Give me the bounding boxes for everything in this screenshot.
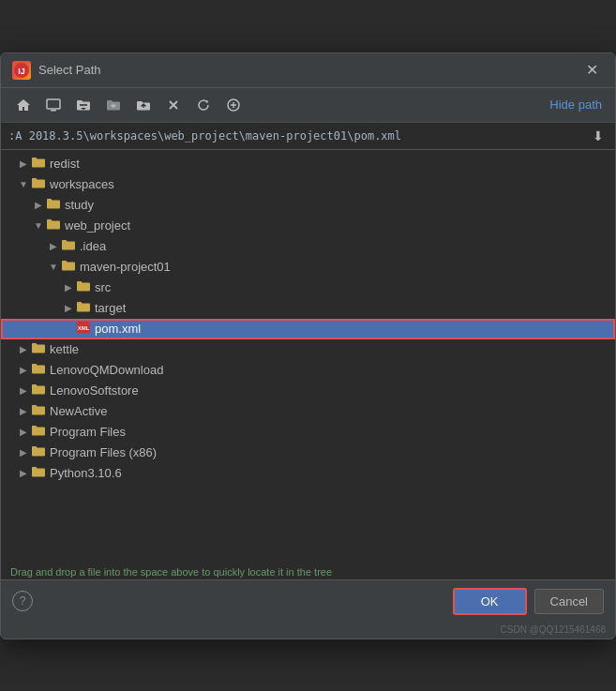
expand-arrow[interactable]: ▶: [31, 200, 46, 210]
desktop-button[interactable]: [40, 94, 67, 116]
expand-arrow[interactable]: ▶: [61, 303, 76, 313]
delete-button[interactable]: [160, 94, 187, 116]
watermark: CSDN @QQ1215461468: [1, 623, 615, 638]
tree-item[interactable]: ▶ redist: [1, 154, 615, 174]
parent-folder-button[interactable]: [130, 94, 157, 116]
tree-item-label: maven-project01: [80, 260, 171, 274]
tree-item-label: pom.xml: [95, 322, 141, 336]
path-download-button[interactable]: ⬇: [589, 127, 608, 145]
folder-icon: [31, 363, 46, 378]
expand-arrow[interactable]: ▼: [46, 262, 61, 272]
title-bar-left: IJ Select Path: [12, 61, 101, 80]
folder-icon: [61, 239, 76, 254]
tree-item[interactable]: ▶ Program Files (x86): [1, 443, 615, 463]
new-folder-button[interactable]: [100, 94, 127, 116]
tree-item-label: redist: [50, 157, 80, 171]
tree-item[interactable]: ▼ workspaces: [1, 174, 615, 195]
tree-item-label: NewActive: [50, 404, 107, 418]
folder-icon: [76, 280, 91, 295]
expand-arrow[interactable]: ▶: [16, 427, 31, 437]
tree-item-label: LenovoSoftstore: [50, 383, 139, 398]
tree-item-label: LenovoQMDownload: [50, 363, 163, 377]
tree-item[interactable]: ▼ web_project: [1, 216, 615, 236]
folder-icon: [31, 404, 46, 419]
footer: ? OK Cancel: [1, 579, 615, 623]
tree-item-label: Program Files: [50, 425, 126, 439]
expand-arrow[interactable]: ▶: [16, 447, 31, 458]
tree-item[interactable]: ▶ NewActive: [1, 401, 615, 422]
tree-item-label: src: [95, 280, 111, 294]
ok-button[interactable]: OK: [453, 588, 527, 615]
refresh-button[interactable]: [190, 94, 217, 116]
folder-icon: [31, 466, 46, 481]
title-bar: IJ Select Path ✕: [1, 53, 615, 88]
expand-arrow[interactable]: ▶: [61, 282, 76, 293]
tree-item[interactable]: ▶ kettle: [1, 339, 615, 360]
tree-item-label: kettle: [50, 342, 79, 356]
folder-icon: [76, 301, 91, 316]
expand-arrow[interactable]: ▶: [16, 468, 31, 478]
open-folder-button[interactable]: [70, 94, 97, 116]
tree-item[interactable]: ▶ LenovoQMDownload: [1, 360, 615, 381]
tree-item-label: target: [95, 301, 126, 315]
select-path-dialog: IJ Select Path ✕: [0, 53, 616, 639]
app-icon: IJ: [12, 61, 31, 80]
expand-arrow[interactable]: ▶: [16, 406, 31, 416]
path-bar: ⬇: [1, 123, 615, 150]
drag-hint: Drag and drop a file into the space abov…: [1, 563, 615, 579]
cancel-button[interactable]: Cancel: [534, 589, 604, 614]
expand-arrow[interactable]: ▶: [16, 344, 31, 354]
folder-icon: [31, 425, 46, 440]
svg-text:IJ: IJ: [18, 67, 25, 76]
bookmark-button[interactable]: [220, 94, 247, 116]
folder-icon: [46, 198, 61, 213]
tree-item[interactable]: ▼ maven-project01: [1, 257, 615, 278]
help-button[interactable]: ?: [12, 591, 33, 611]
home-button[interactable]: [10, 94, 37, 116]
file-tree: ▶ redist▼ workspaces▶ study▼ web_project…: [1, 150, 615, 563]
tree-item[interactable]: ▶ target: [1, 298, 615, 319]
footer-left: ?: [12, 591, 33, 611]
tree-item[interactable]: ▶ study: [1, 195, 615, 216]
tree-item-label: web_project: [65, 218, 130, 233]
tree-item[interactable]: XML pom.xml: [1, 319, 615, 339]
folder-icon: [46, 218, 61, 233]
folder-icon: [31, 177, 46, 192]
svg-rect-3: [51, 110, 56, 112]
tree-item[interactable]: ▶ src: [1, 278, 615, 298]
path-input[interactable]: [8, 129, 589, 143]
folder-icon: [31, 445, 46, 460]
tree-item-label: study: [65, 198, 94, 212]
hide-path-button[interactable]: Hide path: [546, 96, 606, 113]
tree-item[interactable]: ▶ Python3.10.6: [1, 463, 615, 484]
svg-rect-2: [47, 99, 60, 109]
expand-arrow[interactable]: ▼: [16, 179, 31, 189]
dialog-title: Select Path: [38, 63, 101, 77]
tree-item-label: workspaces: [50, 177, 114, 191]
tree-item[interactable]: ▶ .idea: [1, 236, 615, 257]
folder-icon: [31, 342, 46, 357]
folder-icon: [61, 260, 76, 275]
expand-arrow[interactable]: ▼: [31, 220, 46, 231]
expand-arrow[interactable]: ▶: [16, 158, 31, 169]
tree-item-label: Python3.10.6: [50, 466, 122, 480]
tree-item[interactable]: ▶ LenovoSoftstore: [1, 381, 615, 401]
tree-item[interactable]: ▶ Program Files: [1, 422, 615, 443]
tree-item-label: Program Files (x86): [50, 445, 157, 459]
file-icon: XML: [76, 321, 91, 337]
folder-icon: [31, 383, 46, 398]
footer-right: OK Cancel: [453, 588, 604, 615]
toolbar: Hide path: [1, 88, 615, 123]
tree-item-label: .idea: [80, 239, 106, 253]
folder-icon: [31, 157, 46, 172]
close-button[interactable]: ✕: [580, 61, 604, 80]
svg-text:XML: XML: [78, 325, 90, 331]
expand-arrow[interactable]: ▶: [16, 385, 31, 396]
expand-arrow[interactable]: ▶: [46, 241, 61, 251]
expand-arrow[interactable]: ▶: [16, 365, 31, 375]
